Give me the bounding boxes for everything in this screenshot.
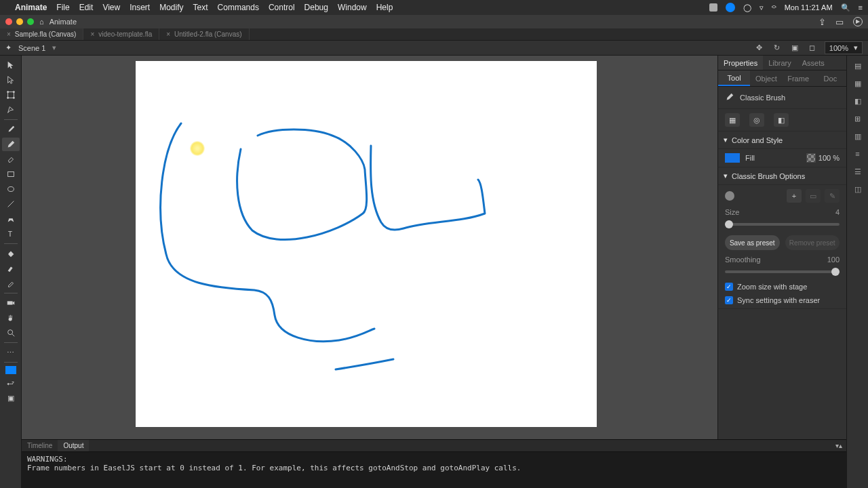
app-name[interactable]: Animate xyxy=(15,3,47,12)
pen-tool[interactable] xyxy=(2,212,20,226)
ctx-tab-object[interactable]: Object xyxy=(750,70,782,86)
opacity-value[interactable]: 100 % xyxy=(818,154,840,162)
sync-eraser-checkbox[interactable]: ✓Sync settings with eraser xyxy=(725,296,840,304)
share-icon[interactable]: ⇪ xyxy=(818,17,826,27)
scene-label[interactable]: Scene 1 xyxy=(18,44,45,52)
menu-text[interactable]: Text xyxy=(193,3,208,12)
doc-tab-sample[interactable]: ×Sample.fla (Canvas) xyxy=(0,28,83,40)
tab-timeline[interactable]: Timeline xyxy=(22,440,58,451)
search-icon[interactable]: 🔍 xyxy=(841,3,850,12)
fit-icon[interactable]: ◻ xyxy=(807,43,818,54)
ctx-tab-doc[interactable]: Doc xyxy=(814,70,846,86)
brush-preview-icon[interactable] xyxy=(725,191,734,201)
selection-tool[interactable] xyxy=(2,58,20,72)
doc-tab-untitled2[interactable]: ×Untitled-2.fla (Canvas) xyxy=(159,28,249,40)
workspace-menu-icon[interactable]: ▭ xyxy=(835,17,844,27)
output-body[interactable]: WARNINGS: Frame numbers in EaselJS start… xyxy=(22,452,846,488)
line-tool[interactable] xyxy=(2,197,20,211)
panel-icon-6[interactable]: ≡ xyxy=(852,148,864,160)
close-icon[interactable]: × xyxy=(7,30,11,38)
free-transform-tool[interactable] xyxy=(2,88,20,102)
ellipse-tool[interactable] xyxy=(2,182,20,196)
eraser-tool[interactable] xyxy=(2,152,20,166)
menu-insert[interactable]: Insert xyxy=(130,3,150,12)
close-icon[interactable]: × xyxy=(90,30,94,38)
add-preset-button[interactable]: + xyxy=(787,189,802,203)
rotate-icon[interactable]: ↻ xyxy=(772,43,783,54)
section-brush-options[interactable]: ▾Classic Brush Options xyxy=(718,167,846,185)
panel-tab-properties[interactable]: Properties xyxy=(718,56,763,70)
panel-icon-2[interactable]: ▦ xyxy=(852,77,864,89)
paint-bucket-tool[interactable] xyxy=(2,247,20,260)
control-center-icon[interactable]: ≡ xyxy=(859,3,863,12)
brush-mode-icon-3[interactable]: ◧ xyxy=(774,113,789,127)
fluid-brush-tool[interactable] xyxy=(2,123,20,136)
dropdown-icon[interactable]: ▿ xyxy=(760,3,764,12)
section-color-style[interactable]: ▾Color and Style xyxy=(718,131,846,149)
swap-colors-icon[interactable]: ⮐ xyxy=(2,376,20,390)
subselection-tool[interactable] xyxy=(2,73,20,87)
scene-icon[interactable]: ✦ xyxy=(5,43,12,52)
zoom-tool[interactable] xyxy=(2,326,20,340)
lasso-tool[interactable] xyxy=(2,103,20,117)
chevron-down-icon[interactable] xyxy=(854,43,858,52)
ctx-tab-frame[interactable]: Frame xyxy=(783,70,814,86)
tab-output[interactable]: Output xyxy=(58,440,89,451)
rectangle-tool[interactable] xyxy=(2,167,20,181)
wifi-icon[interactable]: ⌔ xyxy=(772,3,776,12)
center-stage-icon[interactable]: ✥ xyxy=(754,43,765,54)
menu-file[interactable]: File xyxy=(56,3,69,12)
more-tools[interactable]: ⋯ xyxy=(2,346,20,359)
smoothing-value[interactable]: 100 xyxy=(827,256,840,264)
menu-modify[interactable]: Modify xyxy=(159,3,183,12)
size-slider[interactable] xyxy=(725,223,840,226)
home-icon[interactable]: ⌂ xyxy=(39,18,44,26)
menu-edit[interactable]: Edit xyxy=(79,3,94,12)
panel-icon-1[interactable]: ▤ xyxy=(852,60,864,72)
panel-icon-7[interactable]: ☰ xyxy=(852,165,864,178)
scene-dropdown-icon[interactable] xyxy=(52,43,56,52)
ink-bottle-tool[interactable] xyxy=(2,262,20,275)
close-icon[interactable]: × xyxy=(166,30,170,38)
canvas-area[interactable] xyxy=(22,56,717,488)
classic-brush-tool[interactable] xyxy=(2,138,20,151)
text-tool[interactable]: T xyxy=(2,227,20,241)
menu-window[interactable]: Window xyxy=(338,3,367,12)
menu-control[interactable]: Control xyxy=(269,3,295,12)
camera-tool[interactable] xyxy=(2,296,20,310)
eyedropper-tool[interactable] xyxy=(2,277,20,290)
smoothing-slider[interactable] xyxy=(725,270,840,273)
save-preset-button[interactable]: Save as preset xyxy=(725,235,780,250)
doc-tab-video-template[interactable]: ×video-template.fla xyxy=(83,28,159,40)
menu-view[interactable]: View xyxy=(102,3,120,12)
brush-mode-icon-1[interactable]: ▦ xyxy=(725,113,740,127)
panel-icon-3[interactable]: ◧ xyxy=(852,95,864,107)
loop-icon[interactable]: ◯ xyxy=(743,3,751,12)
object-drawing-toggle[interactable]: ▣ xyxy=(2,391,20,405)
status-blue-icon[interactable] xyxy=(726,3,735,12)
panel-tab-library[interactable]: Library xyxy=(763,56,797,70)
menu-commands[interactable]: Commands xyxy=(218,3,259,12)
fill-color-swatch[interactable] xyxy=(5,365,17,375)
collapse-panel-icon[interactable]: ▾▴ xyxy=(835,442,842,449)
traffic-lights[interactable] xyxy=(5,18,34,25)
panel-icon-4[interactable]: ⊞ xyxy=(852,113,864,125)
menubar-clock[interactable]: Mon 11:21 AM xyxy=(785,3,833,12)
zoom-with-stage-checkbox[interactable]: ✓Zoom size with stage xyxy=(725,283,840,291)
stage[interactable] xyxy=(136,61,597,427)
clip-icon[interactable]: ▣ xyxy=(789,43,800,54)
fill-color[interactable] xyxy=(725,153,740,163)
menu-debug[interactable]: Debug xyxy=(304,3,328,12)
brush-mode-icon-2[interactable]: ◎ xyxy=(749,113,764,127)
ctx-tab-tool[interactable]: Tool xyxy=(718,70,750,86)
play-icon[interactable]: ▶ xyxy=(853,17,863,26)
size-value[interactable]: 4 xyxy=(835,208,840,216)
zoom-input[interactable]: 100% xyxy=(825,41,863,54)
status-icon[interactable] xyxy=(709,3,717,12)
panel-tab-assets[interactable]: Assets xyxy=(797,56,830,70)
panel-icon-8[interactable]: ◫ xyxy=(852,183,864,195)
hand-tool[interactable] xyxy=(2,311,20,325)
panel-icon-5[interactable]: ▥ xyxy=(852,130,864,142)
opacity-icon[interactable] xyxy=(806,153,816,163)
menu-help[interactable]: Help xyxy=(376,3,393,12)
